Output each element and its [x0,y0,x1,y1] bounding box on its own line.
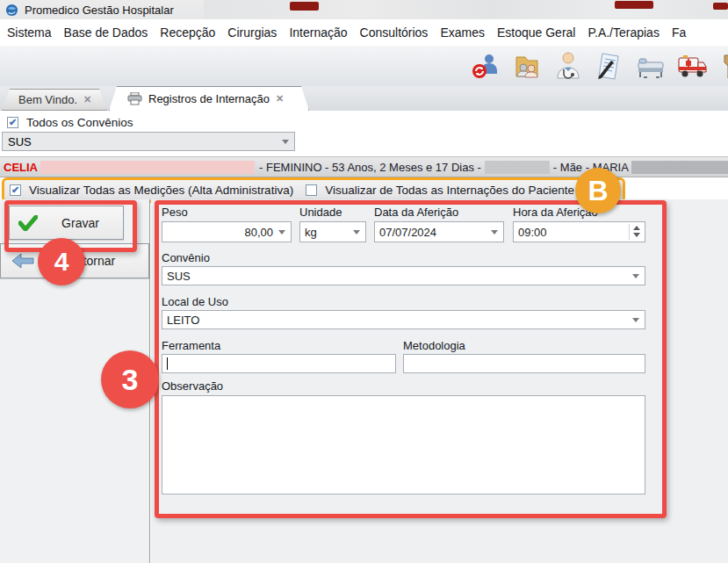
redaction-mark [290,2,319,11]
title-bar: Promedico Gestão Hospitalar [0,0,728,19]
annotation-badge-3: 3 [101,350,159,408]
todos-convenios-checkbox[interactable] [7,117,18,128]
unidade-select[interactable]: kg [299,221,366,242]
check-icon [18,215,38,231]
tab-close-icon[interactable]: ✕ [276,93,284,105]
tab-label: Bem Vindo. [18,93,77,106]
patient-id-redaction [485,161,550,174]
local-uso-value: LEITO [167,314,199,327]
chevron-down-icon [632,318,639,326]
metodologia-label: Metodologia [403,339,465,352]
chevron-down-icon [491,230,498,238]
app-window: Promedico Gestão Hospitalar Sistema Base… [0,0,728,563]
ferramenta-input[interactable] [162,354,396,373]
annotation-badge-4: 4 [38,238,85,285]
patient-info-bar: CELIA - FEMININO - 53 Anos, 2 Meses e 17… [0,156,728,177]
visualizar-internacoes-checkbox[interactable] [306,184,317,196]
app-logo-icon [5,4,18,17]
patient-folder-icon[interactable] [511,50,543,82]
chevron-down-icon [278,230,285,238]
observacao-textarea[interactable] [162,395,645,494]
annotation-badge-b: B [575,168,621,213]
patient-details: - FEMININO - 53 Anos, 2 Meses e 17 Dias … [259,161,481,174]
medicao-form: Peso 80,00 Unidade kg Data da Aferição 0… [151,199,728,563]
chevron-down-icon [353,230,360,238]
menu-exames[interactable]: Exames [440,25,485,40]
badge-4-label: 4 [54,247,69,277]
menu-bar: Sistema Base de Dados Recepção Cirurgias… [0,19,728,46]
menu-pa-terapias[interactable]: P.A./Terapias [587,25,659,40]
data-afericao-label: Data da Aferição [374,206,458,219]
tab-strip: Bem Vindo. ✕ Registros de Internação ✕ [0,86,728,111]
tab-label: Registros de Internação [148,92,270,105]
gravar-button[interactable]: Gravar [9,206,124,240]
hora-afericao-value: 09:00 [518,226,547,239]
visualizar-medicoes-label: Visualizar Todas as Medições (Alta Admin… [29,184,293,197]
patient-name: CELIA [4,161,38,174]
unidade-value: kg [305,226,317,239]
peso-select[interactable]: 80,00 [162,221,292,242]
convenio-value: SUS [167,270,191,283]
filter-area: Todos os Convênios SUS [0,111,728,156]
menu-recepcao[interactable]: Recepção [160,25,215,40]
convenio-select[interactable]: SUS [162,266,645,285]
convenio-filter-value: SUS [8,135,32,148]
redaction-mark [615,1,653,9]
convenio-label: Convênio [162,251,210,264]
peso-label: Peso [162,206,188,219]
ferramenta-label: Ferramenta [162,339,220,352]
metodologia-input[interactable] [403,354,645,373]
menu-cirurgias[interactable]: Cirurgias [227,25,277,40]
unidade-label: Unidade [299,206,342,219]
visualizar-medicoes-checkbox[interactable] [10,184,21,196]
toolbar [0,46,728,87]
printer-icon [127,92,142,105]
redaction-mark [713,3,728,10]
menu-internacao[interactable]: Internação [289,25,347,40]
menu-faturamento[interactable]: Fa [672,25,686,40]
prescription-icon[interactable] [594,50,625,82]
tab-bem-vindo[interactable]: Bem Vindo. ✕ [2,89,107,111]
data-afericao-select[interactable]: 07/07/2024 [374,221,504,242]
peso-value: 80,00 [244,226,273,239]
visualizar-internacoes-label: Visualizar de Todas as Internações do Pa… [325,184,574,197]
gravar-label: Gravar [38,216,123,230]
back-arrow-icon [11,253,34,269]
data-afericao-value: 07/07/2024 [379,226,436,239]
tab-close-icon[interactable]: ✕ [83,94,91,105]
chevron-down-icon [282,140,289,148]
convenio-filter-select[interactable]: SUS [2,132,295,151]
patient-mother-redaction [631,161,728,174]
menu-base-de-dados[interactable]: Base de Dados [64,25,148,40]
tab-registros-internacao[interactable]: Registros de Internação ✕ [109,86,309,111]
spinner-arrows-icon[interactable] [629,224,643,240]
badge-b-label: B [587,175,608,207]
patient-name-redaction [40,161,255,174]
menu-sistema[interactable]: Sistema [7,25,52,40]
badge-3-label: 3 [122,363,139,397]
chevron-down-icon [632,274,639,282]
menu-estoque-geral[interactable]: Estoque Geral [497,25,576,40]
text-caret [167,357,168,370]
hospital-bed-icon[interactable] [635,50,667,82]
menu-consultorios[interactable]: Consultórios [360,25,429,40]
users-sync-icon[interactable] [470,50,501,82]
doctor-icon[interactable] [552,50,584,82]
observacao-label: Observação [162,379,223,393]
partial-icon[interactable] [717,50,728,82]
todos-convenios-label: Todos os Convênios [26,116,133,129]
local-uso-label: Local de Uso [162,295,228,308]
hora-afericao-spinner[interactable]: 09:00 [513,221,645,242]
ambulance-icon[interactable] [676,50,708,82]
window-title: Promedico Gestão Hospitalar [25,4,174,17]
local-uso-select[interactable]: LEITO [162,310,645,329]
